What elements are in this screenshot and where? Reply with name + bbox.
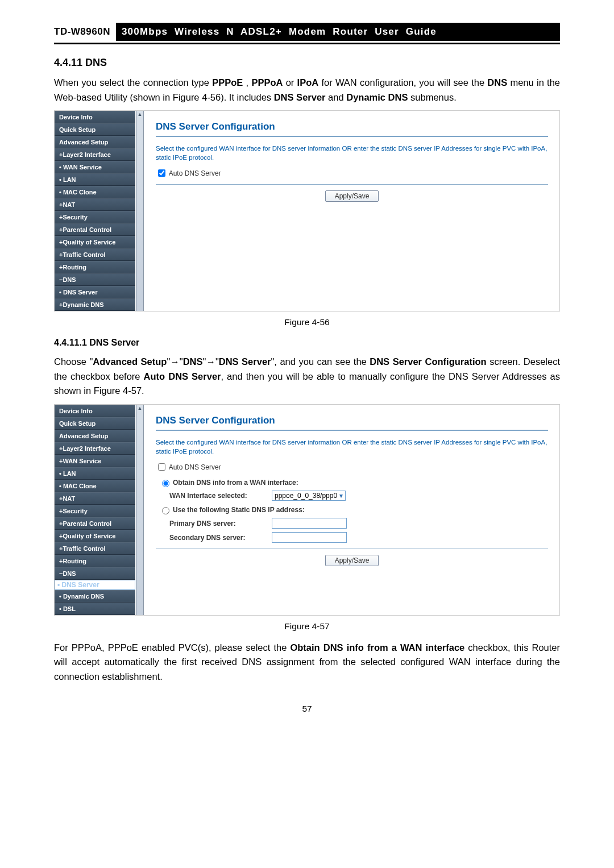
sidebar-item-label: Device Info bbox=[59, 408, 93, 414]
text-bold: Dynamic DNS bbox=[346, 92, 408, 102]
sidebar-item-qos[interactable]: +Quality of Service bbox=[55, 236, 135, 248]
sidebar-item-label: • Dynamic DNS bbox=[59, 593, 104, 600]
main-pane: DNS Server Configuration Select the conf… bbox=[135, 111, 559, 311]
scroll-up-icon[interactable]: ▲ bbox=[136, 405, 143, 412]
scrollbar[interactable]: ▲ bbox=[136, 111, 144, 311]
text: and bbox=[328, 92, 346, 102]
scroll-up-icon[interactable]: ▲ bbox=[136, 111, 143, 118]
sidebar-item-label: +Security bbox=[59, 214, 88, 221]
divider bbox=[156, 184, 548, 185]
sidebar-item-parental[interactable]: +Parental Control bbox=[55, 517, 135, 530]
sidebar-item-parental[interactable]: +Parental Control bbox=[55, 223, 135, 236]
sub-paragraph: Choose "Advanced Setup"→"DNS"→"DNS Serve… bbox=[54, 355, 560, 398]
sidebar-item-dsl[interactable]: • DSL bbox=[55, 603, 135, 615]
sidebar-item-wan-service[interactable]: • WAN Service bbox=[55, 161, 135, 173]
divider bbox=[156, 549, 548, 549]
text-bold: DNS bbox=[183, 356, 203, 367]
auto-dns-label: Auto DNS Server bbox=[169, 169, 221, 177]
sidebar-item-routing[interactable]: +Routing bbox=[55, 261, 135, 273]
figure-caption: Figure 4-57 bbox=[54, 621, 560, 632]
text: , bbox=[246, 77, 252, 88]
primary-dns-input[interactable] bbox=[272, 518, 347, 529]
model-number: TD-W8960N bbox=[54, 23, 116, 41]
sidebar-item-label: +Quality of Service bbox=[59, 533, 115, 539]
apply-save-button[interactable]: Apply/Save bbox=[325, 555, 379, 566]
sidebar-item-label: +Parental Control bbox=[59, 520, 111, 527]
sidebar-item-security[interactable]: +Security bbox=[55, 505, 135, 517]
secondary-dns-label: Secondary DNS server: bbox=[169, 534, 272, 542]
text-bold: Obtain DNS info from a WAN interface bbox=[290, 642, 464, 653]
scrollbar[interactable]: ▲ bbox=[136, 405, 144, 615]
sidebar-item-label: +Security bbox=[59, 508, 88, 514]
doc-header: TD-W8960N 300Mbps Wireless N ADSL2+ Mode… bbox=[54, 23, 560, 44]
secondary-dns-input[interactable] bbox=[272, 532, 347, 543]
sidebar-item-label: • LAN bbox=[59, 470, 76, 477]
sidebar-item-label: Advanced Setup bbox=[59, 433, 108, 439]
sidebar-item-label: +Layer2 Interface bbox=[59, 151, 111, 158]
text: for WAN configuration, you will see the bbox=[321, 77, 487, 88]
auto-dns-row: Auto DNS Server bbox=[156, 168, 548, 178]
sidebar-item-dynamic-dns[interactable]: +Dynamic DNS bbox=[55, 298, 135, 311]
sidebar-item-mac-clone[interactable]: • MAC Clone bbox=[55, 186, 135, 198]
sidebar-item-nat[interactable]: +NAT bbox=[55, 198, 135, 211]
sidebar-item-wan-service[interactable]: +WAN Service bbox=[55, 455, 135, 467]
sidebar-item-label: +Dynamic DNS bbox=[59, 301, 104, 308]
apply-save-button[interactable]: Apply/Save bbox=[325, 190, 379, 202]
text: When you select the connection type bbox=[54, 77, 212, 88]
sidebar-item-label: −DNS bbox=[59, 276, 76, 283]
sidebar-item-label: • MAC Clone bbox=[59, 483, 97, 489]
intro-paragraph: When you select the connection type PPPo… bbox=[54, 76, 560, 105]
sidebar-item-label: +Traffic Control bbox=[59, 545, 106, 552]
text: Choose " bbox=[54, 356, 93, 367]
sidebar-item-traffic[interactable]: +Traffic Control bbox=[55, 248, 135, 261]
section-heading: 4.4.11 DNS bbox=[54, 57, 560, 69]
subsection-heading: 4.4.11.1 DNS Server bbox=[54, 338, 560, 348]
text: "→" bbox=[203, 356, 219, 367]
wan-interface-row: WAN Interface selected: pppoe_0_0_38/ppp… bbox=[169, 491, 548, 501]
sidebar-item-dns-server[interactable]: • DNS Server bbox=[55, 580, 135, 590]
auto-dns-checkbox[interactable] bbox=[158, 169, 165, 177]
sidebar-item-routing[interactable]: +Routing bbox=[55, 555, 135, 567]
sidebar-item-label: • WAN Service bbox=[59, 164, 102, 171]
sidebar-item-advanced-setup[interactable]: Advanced Setup bbox=[55, 136, 135, 148]
sidebar-item-device-info[interactable]: Device Info bbox=[55, 405, 135, 417]
sidebar-item-layer2[interactable]: +Layer2 Interface bbox=[55, 148, 135, 161]
page-number: 57 bbox=[54, 704, 560, 714]
sidebar-item-dynamic-dns[interactable]: • Dynamic DNS bbox=[55, 590, 135, 603]
sidebar-item-traffic[interactable]: +Traffic Control bbox=[55, 542, 135, 555]
sidebar-item-label: −DNS bbox=[59, 570, 76, 577]
sidebar-item-security[interactable]: +Security bbox=[55, 211, 135, 223]
sidebar-item-qos[interactable]: +Quality of Service bbox=[55, 530, 135, 542]
static-dns-row: Use the following Static DNS IP address: bbox=[159, 505, 548, 514]
sidebar-item-dns[interactable]: −DNS bbox=[55, 567, 135, 580]
config-title: DNS Server Configuration bbox=[156, 121, 548, 132]
sidebar-item-dns-server[interactable]: • DNS Server bbox=[55, 286, 135, 298]
config-description: Select the configured WAN interface for … bbox=[156, 438, 548, 456]
static-dns-radio[interactable] bbox=[162, 507, 169, 514]
config-title: DNS Server Configuration bbox=[156, 415, 548, 426]
auto-dns-label: Auto DNS Server bbox=[169, 463, 221, 471]
doc-title: 300Mbps Wireless N ADSL2+ Modem Router U… bbox=[116, 23, 560, 41]
sidebar-item-label: +Layer2 Interface bbox=[59, 445, 111, 452]
sidebar-item-nat[interactable]: +NAT bbox=[55, 492, 135, 505]
text-bold: DNS Server Configuration bbox=[370, 356, 486, 367]
sidebar-item-quick-setup[interactable]: Quick Setup bbox=[55, 417, 135, 430]
sidebar-item-lan[interactable]: • LAN bbox=[55, 173, 135, 186]
text-bold: DNS Server bbox=[274, 92, 326, 102]
sidebar-item-advanced-setup[interactable]: Advanced Setup bbox=[55, 430, 135, 442]
sidebar-item-dns[interactable]: −DNS bbox=[55, 273, 135, 286]
auto-dns-checkbox[interactable] bbox=[158, 463, 165, 471]
main-pane: DNS Server Configuration Select the conf… bbox=[135, 405, 559, 615]
obtain-dns-radio[interactable] bbox=[162, 480, 169, 487]
sidebar-item-device-info[interactable]: Device Info bbox=[55, 111, 135, 123]
sidebar-item-label: +Routing bbox=[59, 558, 86, 564]
divider bbox=[156, 430, 548, 431]
text: For PPPoA, PPPoE enabled PVC(s), please … bbox=[54, 642, 290, 653]
sidebar-item-mac-clone[interactable]: • MAC Clone bbox=[55, 480, 135, 492]
sidebar-item-lan[interactable]: • LAN bbox=[55, 467, 135, 480]
wan-interface-select[interactable]: pppoe_0_0_38/ppp0▾ bbox=[272, 491, 346, 501]
sidebar-item-quick-setup[interactable]: Quick Setup bbox=[55, 123, 135, 136]
sidebar-item-label: +NAT bbox=[59, 495, 75, 502]
sidebar-item-label: • DSL bbox=[59, 605, 76, 612]
sidebar-item-layer2[interactable]: +Layer2 Interface bbox=[55, 442, 135, 455]
